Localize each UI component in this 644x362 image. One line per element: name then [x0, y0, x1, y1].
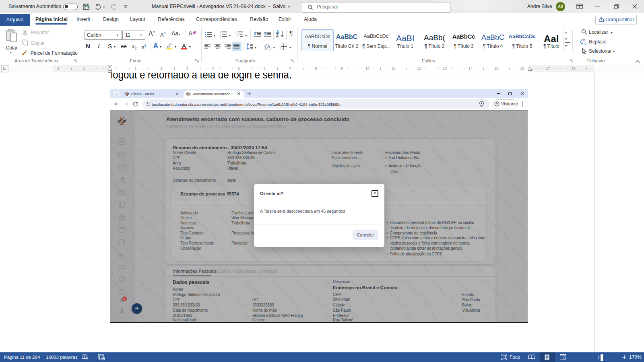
svg-text:c: c	[584, 41, 586, 45]
svg-text:i: i	[237, 35, 238, 38]
svg-text:3: 3	[220, 35, 221, 38]
